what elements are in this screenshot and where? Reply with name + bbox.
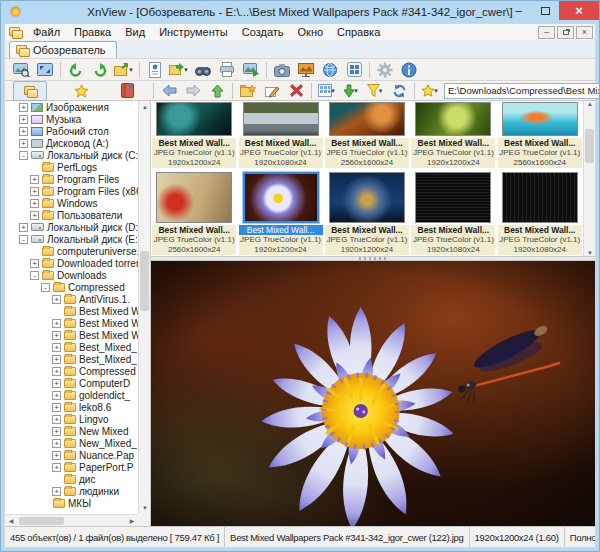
expander-icon[interactable]: + bbox=[52, 343, 61, 352]
scroll-up-icon[interactable]: ▲ bbox=[139, 101, 151, 113]
expander-icon[interactable]: + bbox=[30, 259, 39, 268]
thumbnail-image[interactable] bbox=[156, 172, 232, 223]
thumbnail-item-selected[interactable]: Best Mixed Wall...JPEG TrueColor (v1.1)1… bbox=[237, 168, 323, 255]
thumbnail-image[interactable] bbox=[243, 172, 319, 223]
expander-icon[interactable]: + bbox=[19, 223, 28, 232]
tree-item-music[interactable]: +Музыка bbox=[5, 113, 138, 125]
expander-icon[interactable]: + bbox=[30, 211, 39, 220]
about-button[interactable] bbox=[397, 60, 421, 80]
thumbnail-item[interactable]: Best Mixed Wall...JPEG TrueColor (v1.1)1… bbox=[151, 101, 237, 168]
batch-button[interactable] bbox=[342, 60, 366, 80]
mdi-restore-button[interactable] bbox=[557, 26, 574, 39]
thumbnail-item[interactable]: Best Mixed Wall...JPEG TrueColor (v1.1)2… bbox=[324, 101, 410, 168]
minimize-button[interactable]: – bbox=[505, 1, 532, 20]
expander-icon[interactable]: + bbox=[30, 187, 39, 196]
expander-icon[interactable]: + bbox=[19, 127, 28, 136]
tree-item-leko[interactable]: +leko8.6 bbox=[5, 401, 138, 413]
menu-view[interactable]: Вид bbox=[118, 24, 152, 40]
up-button[interactable] bbox=[205, 81, 229, 101]
expander-icon[interactable]: + bbox=[52, 379, 61, 388]
expander-icon[interactable]: + bbox=[52, 451, 61, 460]
thumbnail-item[interactable]: Best Mixed Wall...JPEG TrueColor (v1.1)1… bbox=[410, 168, 496, 255]
thumbnail-image[interactable] bbox=[415, 102, 491, 136]
print-button[interactable] bbox=[215, 60, 239, 80]
view-mode-button[interactable]: ▼ bbox=[315, 81, 339, 101]
tree-item-best-mixed-2[interactable]: +Best Mixed W bbox=[5, 317, 138, 329]
folder-tree[interactable]: +Изображения +Музыка +Рабочий стол +Диск… bbox=[5, 101, 138, 514]
thumbnail-image[interactable] bbox=[156, 102, 232, 136]
thumbnail-vertical-scrollbar[interactable]: ▲ ▼ bbox=[583, 101, 595, 256]
menu-file[interactable]: Файл bbox=[26, 24, 67, 40]
tree-horizontal-scrollbar[interactable]: ◀ ▶ bbox=[5, 514, 138, 526]
tree-item-program-files-x86[interactable]: +Program Files (x86) bbox=[5, 185, 138, 197]
tree-item-best-mixed-3[interactable]: +Best Mixed W bbox=[5, 329, 138, 341]
tree-item-program-files[interactable]: +Program Files bbox=[5, 173, 138, 185]
scroll-down-icon[interactable]: ▼ bbox=[139, 502, 151, 514]
export-image-button[interactable] bbox=[239, 60, 263, 80]
address-bar[interactable]: E:\Downloads\Compressed\Best Mixed Wallp… bbox=[444, 83, 600, 99]
folders-pane-button[interactable] bbox=[13, 81, 47, 101]
expander-icon[interactable]: + bbox=[30, 199, 39, 208]
scroll-up-icon[interactable]: ▲ bbox=[584, 101, 595, 107]
favorites-dropdown-button[interactable]: ▼ bbox=[418, 81, 442, 101]
tree-item-paperport[interactable]: +PaperPort.P bbox=[5, 461, 138, 473]
expander-icon[interactable]: + bbox=[52, 463, 61, 472]
tree-item-windows[interactable]: +Windows bbox=[5, 197, 138, 209]
expander-icon[interactable]: + bbox=[52, 391, 61, 400]
expander-icon[interactable]: + bbox=[52, 427, 61, 436]
tree-item-desktop[interactable]: +Рабочий стол bbox=[5, 125, 138, 137]
bookmark-button[interactable] bbox=[115, 81, 139, 101]
copy-move-button[interactable]: ▼ bbox=[167, 60, 191, 80]
refresh-button[interactable] bbox=[387, 81, 411, 101]
tree-item-downloads[interactable]: -Downloads bbox=[5, 269, 138, 281]
tree-item-drive-c[interactable]: -Локальный диск (C:) bbox=[5, 149, 138, 161]
scroll-left-icon[interactable]: ◀ bbox=[5, 517, 17, 524]
thumbnail-image[interactable] bbox=[329, 102, 405, 136]
expander-icon[interactable]: + bbox=[19, 139, 28, 148]
search-button[interactable] bbox=[191, 60, 215, 80]
tree-item-dis[interactable]: дис bbox=[5, 473, 138, 485]
scroll-down-icon[interactable]: ▼ bbox=[584, 250, 595, 256]
tree-item-lyudinki[interactable]: +людинки bbox=[5, 485, 138, 497]
mdi-minimize-button[interactable]: – bbox=[538, 26, 555, 39]
expander-icon[interactable]: + bbox=[52, 319, 61, 328]
filter-button[interactable]: ▼ bbox=[363, 81, 387, 101]
tree-item-computerd[interactable]: +ComputerD bbox=[5, 377, 138, 389]
web-button[interactable] bbox=[318, 60, 342, 80]
expander-icon[interactable]: + bbox=[52, 295, 61, 304]
edit-button[interactable] bbox=[260, 81, 284, 101]
expander-icon[interactable]: + bbox=[52, 367, 61, 376]
rotate-right-button[interactable] bbox=[88, 60, 112, 80]
scroll-right-icon[interactable]: ▶ bbox=[126, 517, 138, 524]
thumbnail-image[interactable] bbox=[502, 172, 578, 223]
tree-item-compressed-sub[interactable]: +Compressed bbox=[5, 365, 138, 377]
scrollbar-thumb[interactable] bbox=[585, 129, 594, 163]
tree-item-best-mixed-5[interactable]: +Best_Mixed_ bbox=[5, 353, 138, 365]
menu-edit[interactable]: Правка bbox=[67, 24, 118, 40]
expander-icon[interactable]: - bbox=[30, 271, 39, 280]
preview-pane[interactable] bbox=[151, 261, 595, 526]
tree-item-compressed[interactable]: -Compressed bbox=[5, 281, 138, 293]
tree-item-drive-a[interactable]: +Дисковод (A:) bbox=[5, 137, 138, 149]
sort-button[interactable]: ▼ bbox=[339, 81, 363, 101]
scrollbar-thumb[interactable] bbox=[19, 517, 64, 525]
capture-button[interactable] bbox=[270, 60, 294, 80]
expander-icon[interactable]: + bbox=[52, 487, 61, 496]
new-folder-button[interactable] bbox=[236, 81, 260, 101]
tree-item-drive-d[interactable]: +Локальный диск (D:) bbox=[5, 221, 138, 233]
back-button[interactable] bbox=[157, 81, 181, 101]
tree-item-users[interactable]: +Пользователи bbox=[5, 209, 138, 221]
tree-item-perflogs[interactable]: PerfLogs bbox=[5, 161, 138, 173]
thumbnail-image[interactable] bbox=[243, 102, 319, 136]
expander-icon[interactable]: + bbox=[52, 403, 61, 412]
thumbnail-item[interactable]: Best Mixed Wall...JPEG TrueColor (v1.1)1… bbox=[410, 101, 496, 168]
tree-item-drive-e[interactable]: -Локальный диск (E:) bbox=[5, 233, 138, 245]
thumbnail-item[interactable]: Best Mixed Wall...JPEG TrueColor (v1.1)1… bbox=[237, 101, 323, 168]
expander-icon[interactable]: - bbox=[19, 151, 28, 160]
delete-button[interactable] bbox=[284, 81, 308, 101]
view-image-button[interactable] bbox=[9, 60, 33, 80]
expander-icon[interactable]: + bbox=[19, 103, 28, 112]
tree-item-goldendict[interactable]: +goldendict_ bbox=[5, 389, 138, 401]
tree-item-downloaded-torrent[interactable]: +Downloaded torrent bbox=[5, 257, 138, 269]
rotate-left-button[interactable] bbox=[64, 60, 88, 80]
